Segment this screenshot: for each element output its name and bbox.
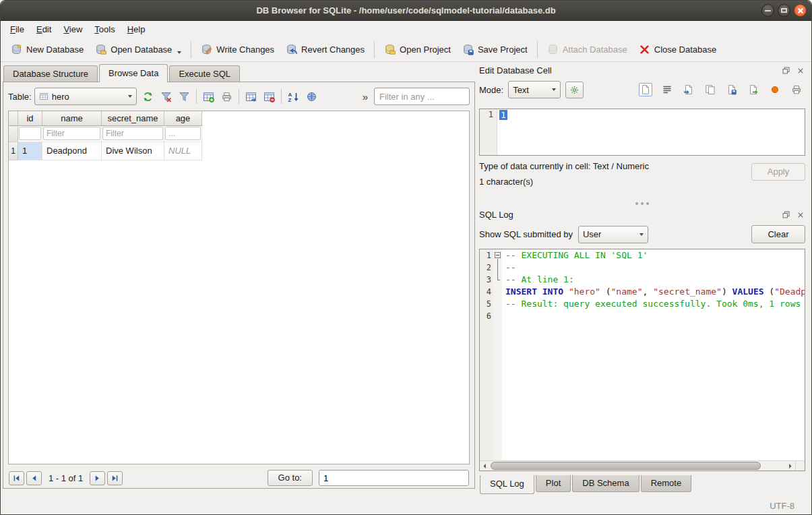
- dock-tab-sql-log[interactable]: SQL Log: [480, 475, 534, 494]
- cell-secret-name[interactable]: Dive Wilson: [102, 142, 164, 160]
- column-filter-input-age[interactable]: [165, 127, 201, 140]
- revert-changes-button[interactable]: Revert Changes: [280, 40, 370, 59]
- first-record-button[interactable]: [9, 471, 24, 485]
- mode-select[interactable]: Text: [508, 81, 561, 98]
- column-header-age[interactable]: age: [164, 111, 202, 126]
- fold-marker[interactable]: [493, 249, 502, 262]
- last-record-icon: [111, 474, 119, 483]
- save-project-icon: [462, 44, 474, 55]
- next-record-button[interactable]: [90, 471, 105, 485]
- filter-cell: [102, 126, 164, 142]
- edit-cell-controls: Mode: Text: [479, 81, 805, 98]
- dock-splitter-handle[interactable]: [479, 200, 805, 208]
- sql-log-view[interactable]: 1-- EXECUTING ALL IN 'SQL 1'2--3-- At li…: [479, 249, 805, 471]
- save-project-button[interactable]: Save Project: [457, 40, 533, 59]
- main-toolbar: New DatabaseOpen DatabaseWrite ChangesRe…: [1, 37, 811, 62]
- goto-button[interactable]: Go to:: [268, 470, 313, 486]
- open-file-button[interactable]: [682, 83, 695, 96]
- clear-log-button[interactable]: Clear: [751, 225, 805, 243]
- browse-toolbar: Table: hero AZ »: [3, 82, 474, 111]
- show-sql-select-value: User: [583, 229, 601, 239]
- menu-help[interactable]: Help: [121, 22, 152, 36]
- cell-age[interactable]: NULL: [164, 142, 202, 160]
- menu-file[interactable]: File: [4, 22, 30, 36]
- cell-name[interactable]: Deadpond: [42, 142, 102, 160]
- sql-log-close-icon[interactable]: [795, 210, 805, 220]
- text-mode-button[interactable]: [639, 83, 652, 96]
- show-sql-select[interactable]: User: [578, 226, 648, 243]
- toolbar-overflow-chevron[interactable]: »: [359, 91, 371, 102]
- print-button[interactable]: [790, 83, 803, 96]
- column-header-secret-name[interactable]: secret_name: [102, 111, 164, 126]
- menu-edit[interactable]: Edit: [30, 22, 57, 36]
- toolbar-separator: [374, 41, 375, 58]
- print-button[interactable]: [218, 88, 235, 104]
- export-button[interactable]: [747, 83, 760, 96]
- menu-tools[interactable]: Tools: [88, 22, 121, 36]
- delete-record-button[interactable]: [261, 88, 278, 104]
- table-row[interactable]: 11DeadpondDive WilsonNULL: [9, 142, 469, 160]
- copy-button[interactable]: [704, 83, 717, 96]
- tab-browse-data[interactable]: Browse Data: [99, 64, 168, 82]
- column-header-name[interactable]: name: [42, 111, 102, 126]
- minimize-button[interactable]: [761, 4, 774, 17]
- column-filter-input-id[interactable]: [19, 127, 41, 140]
- save-as-button[interactable]: [725, 83, 739, 96]
- cell-id[interactable]: 1: [18, 142, 42, 160]
- scroll-left-arrow[interactable]: [480, 461, 490, 471]
- editor-content[interactable]: 1: [497, 109, 805, 155]
- column-filter-input-name[interactable]: [43, 127, 100, 140]
- auto-switch-mode-button[interactable]: [565, 82, 584, 98]
- sql-log-code: 1-- EXECUTING ALL IN 'SQL 1'2--3-- At li…: [480, 249, 805, 460]
- scrollbar-track[interactable]: [491, 461, 784, 471]
- previous-record-icon: [30, 474, 38, 483]
- cell-editor[interactable]: 1 1: [479, 109, 805, 156]
- open-database-dropdown-arrow-icon[interactable]: [177, 51, 181, 54]
- export-records-button[interactable]: [243, 88, 259, 104]
- column-header-id[interactable]: id: [18, 111, 42, 126]
- open-project-icon: [384, 44, 396, 55]
- menu-view[interactable]: View: [57, 22, 88, 36]
- horizontal-scrollbar[interactable]: [480, 460, 805, 471]
- encoding-button[interactable]: [303, 88, 320, 104]
- previous-record-button[interactable]: [26, 471, 42, 485]
- sort-az-button[interactable]: AZ: [285, 88, 302, 104]
- goto-input[interactable]: [319, 470, 469, 486]
- sql-log-float-icon[interactable]: [781, 210, 791, 220]
- word-wrap-button[interactable]: [660, 83, 674, 96]
- column-filter-input-secret-name[interactable]: [102, 127, 163, 140]
- clear-filters-button[interactable]: [158, 88, 175, 104]
- edit-cell-close-icon[interactable]: [795, 65, 805, 75]
- close-database-button[interactable]: Close Database: [633, 40, 722, 59]
- tab-database-structure[interactable]: Database Structure: [3, 65, 98, 82]
- set-null-button[interactable]: [768, 83, 782, 96]
- write-changes-button[interactable]: Write Changes: [195, 40, 280, 59]
- tab-execute-sql[interactable]: Execute SQL: [169, 65, 240, 82]
- maximize-button[interactable]: [778, 4, 790, 17]
- cell-toolbar: [639, 83, 805, 96]
- cell-info: Type of data currently in cell: Text / N…: [479, 161, 805, 198]
- insert-record-button[interactable]: [200, 88, 217, 104]
- refresh-button[interactable]: [139, 88, 156, 104]
- last-record-button[interactable]: [107, 471, 123, 485]
- insert-record-icon: [203, 91, 214, 102]
- open-project-button[interactable]: Open Project: [379, 40, 456, 59]
- titlebar[interactable]: DB Browser for SQLite - /home/user/code/…: [1, 1, 811, 21]
- open-database-label: Open Database: [111, 44, 172, 55]
- scroll-right-arrow[interactable]: [785, 461, 795, 471]
- filter-options-button[interactable]: [176, 88, 193, 104]
- scrollbar-corner: [795, 461, 805, 471]
- filter-cell: [42, 126, 102, 142]
- edit-cell-float-icon[interactable]: [781, 65, 791, 75]
- new-database-button[interactable]: New Database: [5, 40, 89, 59]
- dock-tab-db-schema[interactable]: DB Schema: [572, 475, 639, 492]
- toolbar-separator: [537, 41, 538, 58]
- global-filter-input[interactable]: [374, 88, 470, 105]
- close-button[interactable]: [794, 4, 807, 17]
- dock-tab-plot[interactable]: Plot: [536, 475, 571, 492]
- dock-tab-remote[interactable]: Remote: [641, 475, 692, 492]
- table-select[interactable]: hero: [34, 88, 137, 105]
- open-database-button[interactable]: Open Database: [90, 40, 187, 59]
- scrollbar-thumb[interactable]: [491, 462, 761, 470]
- close-database-label: Close Database: [654, 44, 717, 55]
